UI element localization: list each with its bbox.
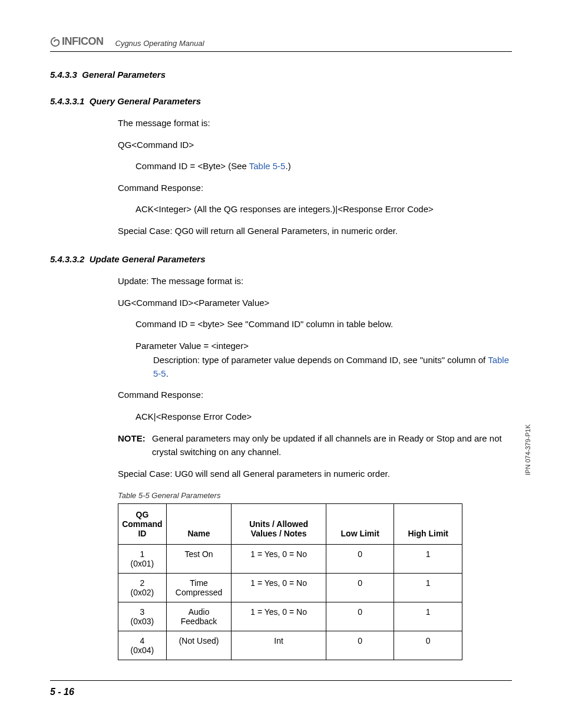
id-num: 4 [140,636,145,645]
table-body: 1(0x01) Test On 1 = Yes, 0 = No 0 1 2(0x… [118,545,462,660]
header-text: QG Command ID [122,510,162,538]
cell-name: Time Compressed [166,574,231,602]
id-num: 3 [140,607,145,617]
cell-units: 1 = Yes, 0 = No [232,574,326,602]
cell-high: 0 [394,631,462,660]
side-ipn-text: IPN 074-379-P1K [524,424,531,475]
table-caption: Table 5-5 General Parameters [118,491,512,500]
cell-id: 1(0x01) [118,545,167,574]
id-hex: (0x01) [131,559,154,568]
section-number: 5.4.3.3.1 [50,96,84,106]
text-cmd-response-label-2: Command Response: [118,388,512,402]
page-header: INFICON Cygnus Operating Manual [50,35,512,52]
cell-low: 0 [326,545,394,574]
text-update-label: Update: The message format is: [118,275,512,288]
id-hex: (0x03) [131,617,154,626]
col-header-name: Name [166,504,231,545]
text-msg-format: The message format is: [118,117,512,130]
section-heading-5-4-3-3-2: 5.4.3.3.2 Update General Parameters [50,254,512,264]
table-row: 1(0x01) Test On 1 = Yes, 0 = No 0 1 [118,545,462,574]
page-number: 5 - 16 [50,687,74,697]
cell-name: Test On [166,545,231,574]
text-suffix: .) [285,161,290,171]
text-cmd-id-line: Command ID = <byte> See "Command ID" col… [135,318,512,331]
cell-units: 1 = Yes, 0 = No [232,602,326,631]
text-param-val-1: Parameter Value = <integer> [135,340,512,353]
cell-id: 4(0x04) [118,631,167,660]
cell-low: 0 [326,602,394,631]
logo-text: INFICON [62,35,104,48]
cell-id: 2(0x02) [118,574,167,602]
cell-units: 1 = Yes, 0 = No [232,545,326,574]
table-header-row: QG Command ID Name Units / Allowed Value… [118,504,462,545]
section-number: 5.4.3.3.2 [50,254,84,264]
logo: INFICON [50,35,104,48]
section-heading-5-4-3-3-1: 5.4.3.3.1 Query General Parameters [50,96,512,106]
section-heading-5-4-3-3: 5.4.3.3 General Parameters [50,70,512,80]
col-header-id: QG Command ID [118,504,167,545]
logo-swirl-icon [50,37,61,47]
note-text: General parameters may only be updated i… [152,431,512,459]
cell-name: (Not Used) [166,631,231,660]
cell-high: 1 [394,602,462,631]
cell-units: Int [232,631,326,660]
text-ack-line-2: ACK|<Response Error Code> [135,410,512,424]
section-title: Query General Parameters [90,96,201,106]
table-row: 2(0x02) Time Compressed 1 = Yes, 0 = No … [118,574,462,602]
doc-title: Cygnus Operating Manual [115,39,204,48]
page-footer: 5 - 16 [50,680,512,697]
cell-low: 0 [326,574,394,602]
id-hex: (0x02) [131,588,154,597]
id-num: 2 [140,578,145,588]
text-special-case: Special Case: QG0 will return all Genera… [118,225,512,238]
link-table-5-5[interactable]: Table 5-5 [249,161,286,171]
cell-low: 0 [326,631,394,660]
note-row: NOTE: General parameters may only be upd… [118,431,512,459]
text-ack-line: ACK<Integer> (All the QG responses are i… [135,203,512,216]
text-special-case-2: Special Case: UG0 will send all General … [118,467,512,481]
cell-id: 3(0x03) [118,602,167,631]
text-ug-line: UG<Command ID><Parameter Value> [118,297,512,310]
text-prefix: Command ID = <Byte> (See [135,161,249,171]
text-cmd-id: Command ID = <Byte> (See Table 5-5.) [135,160,512,173]
note-label: NOTE: [118,431,152,459]
cell-name: Audio Feedback [166,602,231,631]
general-parameters-table: QG Command ID Name Units / Allowed Value… [118,503,462,660]
text-param-val-desc: Description: type of parameter value dep… [153,354,512,380]
section-title: General Parameters [82,70,166,80]
text-suffix: . [166,368,168,378]
text-prefix: Description: type of parameter value dep… [153,355,488,365]
id-hex: (0x04) [131,645,154,655]
text-cmd-response-label: Command Response: [118,182,512,195]
cell-high: 1 [394,574,462,602]
table-row: 4(0x04) (Not Used) Int 0 0 [118,631,462,660]
table-row: 3(0x03) Audio Feedback 1 = Yes, 0 = No 0… [118,602,462,631]
col-header-low: Low Limit [326,504,394,545]
col-header-units: Units / Allowed Values / Notes [232,504,326,545]
col-header-high: High Limit [394,504,462,545]
cell-high: 1 [394,545,462,574]
section-number: 5.4.3.3 [50,70,77,80]
text-qg-line: QG<Command ID> [118,139,512,152]
section-title: Update General Parameters [90,254,206,264]
id-num: 1 [140,549,145,559]
